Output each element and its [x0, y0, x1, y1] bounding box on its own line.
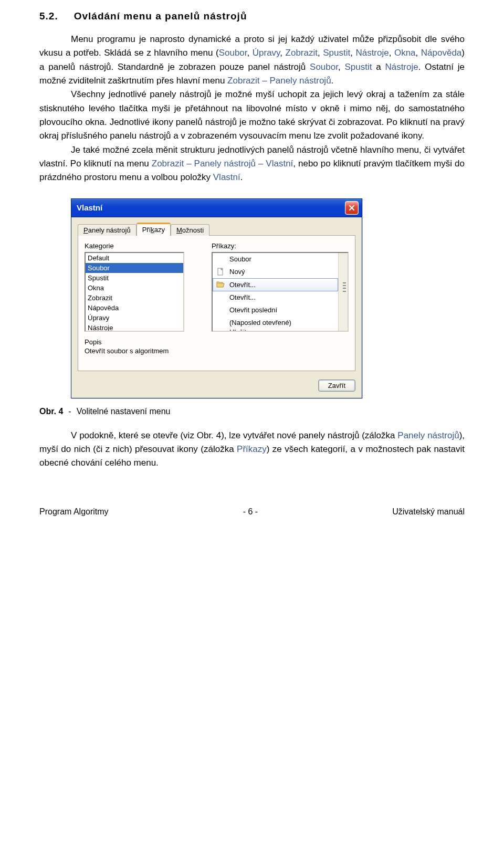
tab-prikazy[interactable]: Příkazy — [136, 223, 171, 236]
dialog-title: Vlastní — [77, 203, 102, 212]
new-file-icon — [216, 267, 225, 277]
footer-center: - 6 - — [243, 507, 258, 517]
footer-right: Uživatelský manuál — [392, 507, 465, 517]
custom-dialog: Vlastní Panely nástrojů Příkazy Možnosti… — [71, 198, 362, 398]
titlebar[interactable]: Vlastní — [71, 199, 362, 217]
scrollbar[interactable] — [338, 253, 348, 331]
page-footer: Program Algoritmy - 6 - Uživatelský manu… — [39, 507, 465, 517]
tab-panely-nastroju[interactable]: Panely nástrojů — [78, 224, 136, 236]
close-dialog-button[interactable]: Zavřít — [318, 380, 355, 392]
save-icon — [216, 329, 225, 331]
list-item[interactable]: Nástroje — [86, 323, 183, 332]
open-folder-icon — [216, 280, 225, 289]
command-item[interactable]: Soubor — [213, 253, 338, 266]
command-item[interactable]: (Naposled otevřené) — [213, 317, 338, 329]
heading-title: Ovládání menu a panelů nástrojů — [74, 10, 247, 22]
description-text: Otevřít soubor s algoritmem — [85, 347, 349, 355]
recent-list-icon — [216, 318, 225, 328]
list-item[interactable]: Default — [86, 253, 183, 263]
category-listbox[interactable]: Default Soubor Spustit Okna Zobrazit Náp… — [85, 252, 184, 332]
list-item[interactable]: Zobrazit — [86, 293, 183, 303]
list-item[interactable]: Okna — [86, 283, 183, 293]
list-item[interactable]: Soubor — [86, 263, 183, 273]
list-item[interactable]: Spustit — [86, 273, 183, 283]
paragraph-2: Všechny jednotlivé panely nástrojů je mo… — [39, 88, 465, 143]
drag-grip-icon[interactable] — [343, 282, 346, 292]
label-commands: Příkazy: — [212, 242, 349, 250]
label-category: Kategorie — [85, 242, 184, 250]
tabs: Panely nástrojů Příkazy Možnosti — [78, 223, 355, 236]
tab-content: Kategorie Default Soubor Spustit Okna Zo… — [78, 235, 355, 371]
command-item[interactable]: Otevřit poslední — [213, 304, 338, 317]
paragraph-4: V podokně, které se otevře (viz Obr. 4),… — [39, 429, 465, 470]
footer-left: Program Algoritmy — [39, 507, 109, 517]
open-recent-icon — [216, 306, 225, 315]
open-icon — [216, 293, 225, 302]
commands-listbox[interactable]: Soubor Nový — [212, 252, 349, 332]
list-item[interactable]: Nápověda — [86, 303, 183, 313]
list-item[interactable]: Úpravy — [86, 313, 183, 323]
heading-number: 5.2. — [39, 10, 58, 22]
figure-caption: Obr. 4-Volitelné nastavení menu — [39, 407, 465, 416]
menu-icon — [216, 255, 225, 264]
command-item[interactable]: Otevřít... — [213, 291, 338, 304]
close-icon — [349, 205, 355, 211]
tab-moznosti[interactable]: Možnosti — [171, 224, 209, 236]
command-item-selected[interactable]: Otevřít... — [213, 278, 338, 291]
close-button[interactable] — [345, 201, 359, 215]
paragraph-3: Je také možné zcela měnit strukturu jedn… — [39, 143, 465, 185]
command-item[interactable]: Nový — [213, 266, 338, 278]
label-description: Popis — [85, 338, 349, 346]
section-heading: 5.2.Ovládání menu a panelů nástrojů — [39, 10, 465, 22]
paragraph-1: Menu programu je naprosto dynamické a pr… — [39, 33, 465, 88]
command-item[interactable]: Uložit — [213, 329, 338, 331]
